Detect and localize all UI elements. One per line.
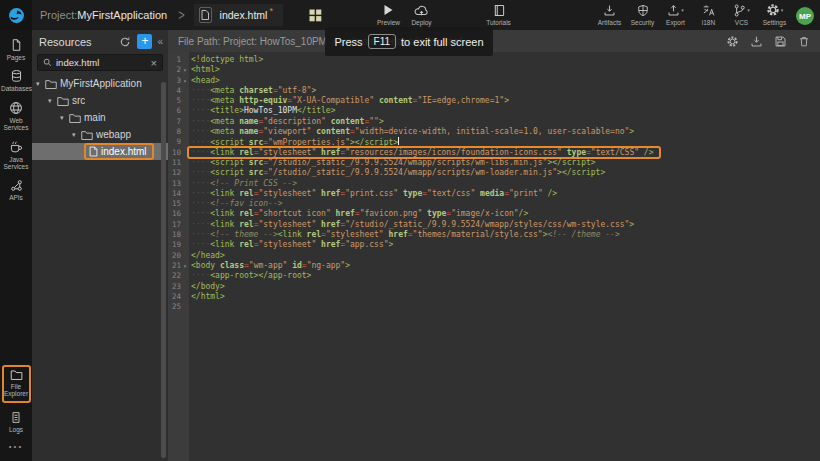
clear-search-icon[interactable]: ×	[151, 57, 157, 69]
fold-arrow-icon	[181, 199, 189, 209]
unsaved-indicator: *	[269, 6, 273, 16]
tutorials-button[interactable]: Tutorials	[482, 3, 515, 26]
code-line-10[interactable]: 10····<link rel="stylesheet" href="resou…	[168, 148, 820, 158]
security-button[interactable]: Security	[626, 3, 659, 26]
gear-icon	[766, 3, 780, 17]
refresh-icon[interactable]	[119, 36, 131, 48]
tree-item-main[interactable]: ▾main	[32, 109, 168, 126]
download-tray-icon	[603, 3, 616, 17]
grid-icon[interactable]	[309, 9, 322, 22]
settings-button[interactable]: ▾ Settings	[758, 3, 791, 26]
project-label: Project:	[40, 9, 77, 21]
search-input[interactable]	[56, 57, 151, 68]
fold-arrow-icon[interactable]: ▾	[181, 65, 189, 75]
code-line-14[interactable]: 14····<link rel="stylesheet" href="print…	[168, 189, 820, 199]
save-file-icon[interactable]	[774, 35, 787, 48]
code-line-25[interactable]: 25	[168, 302, 820, 312]
collapse-panel-icon[interactable]: «	[157, 36, 163, 47]
code-area[interactable]: 1<!doctype html>2▾<html>3▾<head>4····<me…	[168, 52, 820, 461]
search-icon	[43, 58, 52, 67]
artifacts-button[interactable]: Artifacts	[593, 3, 626, 26]
topbar-gap	[438, 3, 482, 26]
line-number: 22	[168, 271, 181, 281]
expand-arrow-icon[interactable]: ▾	[72, 131, 81, 139]
code-line-24[interactable]: 24</html>	[168, 292, 820, 302]
fold-arrow-icon	[181, 292, 189, 302]
sidebar-item-file-explorer[interactable]: File Explorer	[2, 365, 31, 403]
code-line-4[interactable]: 4····<meta charset="utf-8">	[168, 86, 820, 96]
sidebar-item-pages[interactable]: Pages	[0, 38, 32, 61]
line-number: 23	[168, 282, 181, 292]
text-cursor	[398, 137, 399, 145]
chevron-right-icon: >	[178, 7, 184, 23]
code-line-3[interactable]: 3▾<head>	[168, 76, 820, 86]
fold-arrow-icon	[181, 179, 189, 189]
expand-arrow-icon[interactable]: ▾	[36, 80, 45, 88]
tree-item-src[interactable]: ▾src	[32, 92, 168, 109]
user-avatar[interactable]: MP	[796, 7, 814, 25]
sidebar-item-databases[interactable]: Databases	[0, 69, 32, 92]
shield-icon	[637, 3, 649, 17]
expand-arrow-icon[interactable]: ▾	[60, 114, 69, 122]
f11-key: F11	[368, 34, 397, 49]
sidebar-item-java-services[interactable]: Java Services	[0, 140, 32, 171]
wavemaker-logo-icon[interactable]	[0, 0, 32, 30]
line-number: 17	[168, 220, 181, 230]
code-line-19[interactable]: 19····<link rel="stylesheet" href="app.c…	[168, 240, 820, 250]
database-icon	[10, 69, 23, 83]
code-line-9[interactable]: 9····<script src="wmProperties.js"></scr…	[168, 137, 820, 147]
code-line-5[interactable]: 5····<meta http-equiv="X-UA-Compatible" …	[168, 96, 820, 106]
code-line-15[interactable]: 15····<!--fav icon-->	[168, 199, 820, 209]
line-number: 18	[168, 230, 181, 240]
code-line-21[interactable]: 21▾<body class="wm-app" id="ng-app">	[168, 261, 820, 271]
tree-item-webapp[interactable]: ▾webapp	[32, 126, 168, 143]
line-number: 25	[168, 302, 181, 312]
file-icon	[199, 7, 212, 23]
line-number: 10	[168, 148, 181, 158]
code-line-6[interactable]: 6····<title>HowTos_10PM</title>	[168, 106, 820, 116]
fold-arrow-icon[interactable]: ▾	[181, 261, 189, 271]
sidebar-item-logs[interactable]: Logs	[0, 411, 32, 433]
fold-arrow-icon	[181, 240, 189, 250]
tree-item-MyFirstApplication[interactable]: ▾MyFirstApplication	[32, 75, 168, 92]
vcs-button[interactable]: ▾ VCS	[725, 3, 758, 26]
editor-settings-gear-icon[interactable]	[726, 35, 739, 48]
code-line-16[interactable]: 16····<link rel="shortcut icon" href="fa…	[168, 209, 820, 219]
code-line-22[interactable]: 22····<app-root></app-root>	[168, 271, 820, 281]
i18n-button[interactable]: i18N	[692, 3, 725, 26]
code-line-11[interactable]: 11····<script src="/studio/_static_/9.9.…	[168, 158, 820, 168]
code-line-17[interactable]: 17····<link rel="stylesheet" href="/stud…	[168, 220, 820, 230]
play-icon	[383, 3, 394, 17]
code-line-7[interactable]: 7····<meta name="description" content=""…	[168, 117, 820, 127]
export-button[interactable]: ▾ Export	[659, 3, 692, 26]
add-resource-button[interactable]: +	[137, 34, 152, 49]
line-number: 24	[168, 292, 181, 302]
delete-file-icon[interactable]	[798, 35, 810, 48]
resources-panel: Resources + « × ▾MyFirstApplication▾src▾…	[32, 30, 168, 461]
code-line-13[interactable]: 13····<!-- Print CSS -->	[168, 179, 820, 189]
sidebar-item-apis[interactable]: APIs	[0, 179, 32, 201]
resources-header: Resources + «	[32, 30, 168, 53]
resources-scrollbar[interactable]	[161, 82, 166, 458]
preview-button[interactable]: Preview	[372, 3, 405, 26]
expand-arrow-icon[interactable]: ▾	[48, 97, 57, 105]
file-icon	[89, 146, 98, 157]
fold-arrow-icon[interactable]: ▾	[181, 76, 189, 86]
more-options-button[interactable]: •••	[9, 442, 23, 451]
code-line-20[interactable]: 20</head>	[168, 251, 820, 261]
code-line-8[interactable]: 8····<meta name="viewport" content="widt…	[168, 127, 820, 137]
code-line-1[interactable]: 1<!doctype html>	[168, 55, 820, 65]
folder-icon	[69, 113, 81, 123]
tab-index-html[interactable]: index.html *	[194, 4, 283, 26]
fold-arrow-icon	[181, 271, 189, 281]
code-line-2[interactable]: 2▾<html>	[168, 65, 820, 75]
code-line-18[interactable]: 18····<!-- theme --><link rel="styleshee…	[168, 230, 820, 240]
code-line-23[interactable]: 23</body>	[168, 282, 820, 292]
code-line-12[interactable]: 12····<script src="/studio/_static_/9.9.…	[168, 168, 820, 178]
tree-item-index.html[interactable]: index.html	[32, 143, 168, 160]
fold-arrow-icon	[181, 158, 189, 168]
chevron-down-icon: ▾	[747, 7, 750, 13]
deploy-button[interactable]: Deploy	[405, 3, 438, 26]
sidebar-item-web-services[interactable]: Web Services	[0, 101, 32, 132]
import-file-icon[interactable]	[750, 35, 763, 48]
